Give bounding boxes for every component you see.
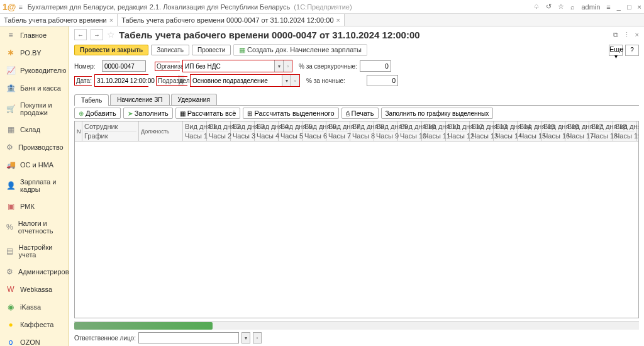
create-doc-button[interactable]: ▦ Создать док. Начисление зарплаты <box>233 44 367 56</box>
sidebar-item-label: Webkassa <box>20 286 52 293</box>
sidebar-icon: 🛒 <box>6 104 15 113</box>
subtab-table[interactable]: Табель <box>74 94 109 106</box>
sidebar-item-label: Склад <box>20 126 40 133</box>
close-icon[interactable]: × <box>638 3 641 11</box>
sidebar-icon: 📈 <box>6 66 15 75</box>
menu-icon[interactable]: ≡ <box>18 3 22 11</box>
open-icon[interactable]: ▫ <box>291 75 299 86</box>
sidebar-item-label: РМК <box>20 203 35 210</box>
fill-sel-button[interactable]: Заполнить по графику выделенных <box>381 108 494 119</box>
sidebar-item-label: Банк и касса <box>20 84 61 92</box>
sidebar-icon: ≡ <box>6 31 15 40</box>
sidebar-item[interactable]: ✱PO.BY <box>0 44 69 62</box>
post-close-button[interactable]: Провести и закрыть <box>74 45 148 55</box>
page-title: Табель учета рабочего времени 0000-0047 … <box>119 30 420 40</box>
menu-icon[interactable]: ⋮ <box>623 31 630 39</box>
help-button[interactable]: ? <box>625 45 639 56</box>
sidebar-item[interactable]: ⚙Производство <box>0 138 69 156</box>
sidebar-item-label: Настройки учета <box>18 243 62 259</box>
number-label: Номер: <box>74 63 99 70</box>
sidebar-item[interactable]: ▦Склад <box>0 121 69 138</box>
search-icon[interactable]: ⌕ <box>570 3 575 11</box>
subtab-deduct[interactable]: Удержания <box>171 94 217 105</box>
col-day: Вид дня 9Часы 9 <box>374 121 398 141</box>
open-icon[interactable]: ▫ <box>283 60 292 72</box>
print-icon: ⎙ <box>346 110 350 117</box>
sidebar-item[interactable]: ⚙Администрирование <box>0 263 69 281</box>
sidebar-icon: ✱ <box>6 48 15 57</box>
sidebar-item[interactable]: ▣РМК <box>0 198 69 215</box>
plus-icon: ⊕ <box>79 110 84 117</box>
sidebar-item[interactable]: ▤Настройки учета <box>0 239 69 263</box>
calc-all-button[interactable]: ▦Рассчитать всё <box>175 108 241 119</box>
maximize-icon[interactable]: □ <box>627 3 631 11</box>
calc-icon: ▦ <box>180 110 186 117</box>
calc-sel-button[interactable]: ⊞Рассчитать выделенного <box>243 108 338 119</box>
resp-input[interactable] <box>138 332 239 343</box>
sidebar-item-label: Зарплата и кадры <box>20 178 62 193</box>
org-input[interactable] <box>183 60 274 72</box>
sidebar: ≡Главное✱PO.BY📈Руководителю🏦Банк и касса… <box>0 26 69 346</box>
settings-icon[interactable]: ≡ <box>606 3 610 11</box>
save-button[interactable]: Записать <box>151 45 189 55</box>
open-icon[interactable]: ▫ <box>253 332 262 343</box>
sidebar-item[interactable]: 👤Зарплата и кадры <box>0 174 69 198</box>
close-icon[interactable]: × <box>109 16 113 24</box>
close-icon[interactable]: × <box>336 16 340 24</box>
history-icon[interactable]: ↺ <box>546 3 552 11</box>
sidebar-icon: % <box>6 223 13 232</box>
sidebar-item[interactable]: %Налоги и отчетность <box>0 215 69 239</box>
col-day: Вид дня 20Часы 20 <box>637 121 639 141</box>
forward-button[interactable]: → <box>91 29 103 40</box>
more-button[interactable]: Еще ▾ <box>609 45 623 56</box>
col-day: Вид дня 19Часы 19 <box>613 121 637 141</box>
sidebar-item[interactable]: 🚚ОС и НМА <box>0 156 69 174</box>
sidebar-item[interactable]: 🏦Банк и касса <box>0 79 69 97</box>
sidebar-item[interactable]: ●Каффеста <box>0 316 69 333</box>
favorite-icon[interactable]: ☆ <box>107 30 115 40</box>
sidebar-icon: 🏦 <box>6 84 15 92</box>
col-day: Вид дня 11Часы 11 <box>422 121 446 141</box>
horizontal-scrollbar[interactable] <box>74 321 639 330</box>
user-label[interactable]: admin <box>581 3 600 11</box>
app-title: Бухгалтерия для Беларуси, редакция 2.1. … <box>28 3 534 11</box>
dropdown-icon[interactable]: ▾ <box>282 75 291 86</box>
sidebar-item-label: iKassa <box>20 303 41 311</box>
post-button[interactable]: Провести <box>192 45 231 55</box>
overtime-input[interactable] <box>360 60 391 72</box>
col-day: Вид дня 10Часы 10 <box>398 121 422 141</box>
open-window-icon[interactable]: ⧉ <box>613 31 618 39</box>
number-input[interactable] <box>102 60 146 72</box>
sidebar-icon: ● <box>6 320 15 329</box>
sidebar-item[interactable]: ◉iKassa <box>0 298 69 316</box>
col-day: Вид дня 3Часы 3 <box>231 121 255 141</box>
col-n: N <box>75 121 82 141</box>
sidebar-icon: ▦ <box>6 125 15 134</box>
print-button[interactable]: ⎙Печать <box>341 108 379 119</box>
col-day: Вид дня 7Часы 7 <box>326 121 350 141</box>
minimize-icon[interactable]: _ <box>617 3 621 11</box>
dropdown-icon[interactable]: ▾ <box>242 332 250 343</box>
night-input[interactable] <box>367 75 398 86</box>
data-grid[interactable]: NСотрудникГрафикДолжностьВид дня 1Часы 1… <box>74 121 639 318</box>
sidebar-item[interactable]: oOZON <box>0 333 69 346</box>
sidebar-icon: 🚚 <box>6 160 15 169</box>
sidebar-item[interactable]: 📈Руководителю <box>0 62 69 79</box>
sidebar-item[interactable]: WWebkassa <box>0 281 69 298</box>
sidebar-item-label: Налоги и отчетность <box>18 220 62 235</box>
dropdown-icon[interactable]: ▾ <box>274 60 283 72</box>
tab-1[interactable]: Табель учета рабочего времени 0000-0047 … <box>118 14 345 26</box>
dept-input[interactable] <box>191 75 282 86</box>
close-icon[interactable]: × <box>635 31 639 39</box>
bell-icon[interactable]: ♤ <box>533 3 540 11</box>
fill-button[interactable]: ➤Заполнить <box>123 108 173 119</box>
back-button[interactable]: ← <box>74 29 87 40</box>
star-icon[interactable]: ☆ <box>558 3 564 11</box>
subtab-payroll[interactable]: Начисление ЗП <box>110 94 169 105</box>
sidebar-item-label: Руководителю <box>20 67 66 74</box>
sidebar-item[interactable]: 🛒Покупки и продажи <box>0 97 69 121</box>
add-button[interactable]: ⊕Добавить <box>74 108 121 119</box>
tab-0[interactable]: Табель учета рабочего времени× <box>0 14 118 26</box>
sidebar-item[interactable]: ≡Главное <box>0 26 69 44</box>
tab-strip: Табель учета рабочего времени× Табель уч… <box>0 14 644 26</box>
